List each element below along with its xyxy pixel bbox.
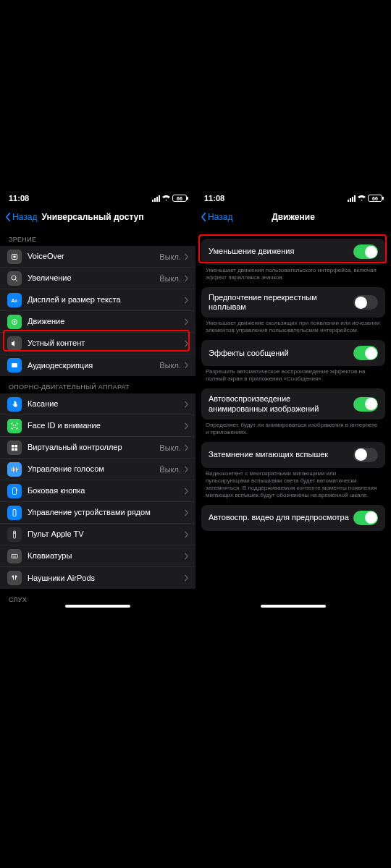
- footnote-autoplay: Определяет, будут ли анимироваться изобр…: [206, 422, 381, 436]
- row-keyboards[interactable]: Клавиатуры: [0, 545, 196, 567]
- svg-rect-18: [17, 469, 18, 470]
- battery-icon: 66: [368, 195, 382, 202]
- status-bar: 11:08 66: [0, 191, 196, 205]
- nav-bar: Назад Движение: [196, 205, 391, 229]
- voiceover-icon: [7, 250, 22, 264]
- chevron-right-icon: [184, 574, 188, 582]
- toggle-autoplay-video-preview[interactable]: [353, 511, 378, 525]
- svg-point-22: [14, 532, 15, 533]
- side-button-icon: [7, 484, 22, 498]
- switch-control-icon: [7, 441, 22, 455]
- svg-point-8: [13, 425, 14, 425]
- back-label: Назад: [12, 212, 37, 222]
- row-appletv-remote[interactable]: Пульт Apple TV: [0, 524, 196, 545]
- footnote-dim-flashing: Видеоконтент с многократными мигающими и…: [206, 470, 381, 499]
- screen-motion: 11:08 66 Назад Движение Уменьшение движе…: [196, 191, 391, 610]
- svg-rect-10: [12, 445, 14, 448]
- status-bar: 11:08 66: [196, 191, 391, 205]
- toggle-reduce-motion[interactable]: [353, 244, 378, 259]
- svg-rect-13: [15, 448, 18, 451]
- status-time: 11:08: [204, 194, 224, 203]
- audio-descriptions-icon: [7, 358, 22, 373]
- motion-icon: [7, 315, 22, 329]
- chevron-right-icon: [184, 553, 188, 560]
- row-airpods[interactable]: Наушники AirPods: [0, 567, 196, 589]
- footnote-reduce-motion: Уменьшает движения пользовательского инт…: [206, 267, 381, 281]
- row-voiceover[interactable]: VoiceOver Выкл.: [0, 246, 196, 268]
- toggle-message-effects[interactable]: [353, 346, 378, 360]
- wifi-icon: [162, 195, 170, 201]
- svg-rect-1: [14, 255, 16, 258]
- row-crossfade: Предпочтение перекрестным наплывам: [201, 287, 385, 318]
- row-autoplay-video-preview: Автовоспр. видео для предпросмотра: [201, 505, 385, 531]
- toggle-autoplay-animated[interactable]: [353, 397, 378, 412]
- svg-rect-14: [12, 468, 12, 471]
- faceid-icon: [7, 419, 22, 433]
- svg-rect-12: [12, 448, 14, 451]
- section-header-hearing: СЛУХ: [0, 589, 196, 606]
- chevron-right-icon: [184, 253, 188, 260]
- footnote-message-effects: Разрешить автоматическое воспроизведение…: [206, 368, 381, 383]
- nearby-devices-icon: [7, 506, 22, 520]
- wifi-icon: [358, 195, 366, 201]
- airpods-icon: [7, 571, 22, 585]
- svg-text:A: A: [15, 299, 18, 303]
- status-right: 66: [152, 195, 187, 202]
- status-time: 11:08: [9, 194, 29, 203]
- toggle-crossfade[interactable]: [353, 295, 378, 310]
- row-switch-control[interactable]: Виртуальный контроллер Выкл.: [0, 437, 196, 459]
- svg-point-6: [14, 321, 15, 323]
- svg-text:A: A: [12, 298, 15, 303]
- chevron-right-icon: [184, 509, 188, 516]
- chevron-right-icon: [184, 401, 188, 408]
- chevron-right-icon: [184, 422, 188, 430]
- touch-icon: [7, 397, 22, 412]
- row-touch[interactable]: Касание: [0, 393, 196, 415]
- cellular-signal-icon: [348, 195, 356, 202]
- row-nearby-devices[interactable]: Управление устройствами рядом: [0, 502, 196, 524]
- chevron-right-icon: [184, 362, 188, 369]
- svg-rect-7: [12, 363, 17, 367]
- page-title: Движение: [272, 212, 315, 222]
- zoom-icon: [7, 271, 22, 286]
- row-motion[interactable]: Движение: [0, 311, 196, 333]
- chevron-right-icon: [184, 466, 188, 473]
- row-dim-flashing: Затемнение мигающих вспышек: [201, 442, 385, 468]
- section-header-motor: ОПОРНО-ДВИГАТЕЛЬНЫЙ АППАРАТ: [0, 376, 196, 393]
- row-display-text[interactable]: AA Дисплей и размер текста: [0, 289, 196, 311]
- chevron-right-icon: [184, 444, 188, 451]
- row-zoom[interactable]: Увеличение Выкл.: [0, 268, 196, 289]
- display-text-icon: AA: [7, 293, 22, 307]
- row-side-button[interactable]: Боковая кнопка: [0, 480, 196, 502]
- spoken-content-icon: [7, 336, 22, 351]
- back-button[interactable]: Назад: [201, 212, 232, 222]
- chevron-right-icon: [184, 275, 188, 282]
- row-autoplay-animated: Автовоспроизведение анимированных изобра…: [201, 388, 385, 419]
- svg-rect-23: [12, 554, 18, 558]
- home-indicator[interactable]: [65, 605, 130, 608]
- row-faceid[interactable]: Face ID и внимание: [0, 415, 196, 437]
- chevron-right-icon: [184, 318, 188, 326]
- toggle-dim-flashing[interactable]: [353, 448, 378, 462]
- row-voice-control[interactable]: Управление голосом Выкл.: [0, 459, 196, 480]
- appletv-remote-icon: [7, 527, 22, 542]
- svg-point-2: [12, 276, 16, 280]
- row-reduce-motion: Уменьшение движения: [201, 239, 385, 265]
- chevron-right-icon: [184, 297, 188, 304]
- row-audio-descriptions[interactable]: Аудиодескрипция Выкл.: [0, 354, 196, 376]
- footnote-crossfade: Уменьшает движение скользящих при появле…: [206, 320, 381, 334]
- voice-control-icon: [7, 462, 22, 477]
- svg-rect-20: [13, 509, 16, 516]
- back-label: Назад: [208, 212, 232, 222]
- svg-rect-17: [16, 467, 17, 472]
- battery-icon: 66: [172, 195, 187, 202]
- svg-rect-19: [13, 488, 17, 494]
- cellular-signal-icon: [152, 195, 160, 202]
- row-spoken-content[interactable]: Устный контент: [0, 333, 196, 354]
- back-button[interactable]: Назад: [6, 212, 37, 222]
- svg-rect-11: [15, 445, 18, 448]
- chevron-right-icon: [184, 488, 188, 495]
- screen-accessibility: 11:08 66 Назад Универсальный доступ ЗРЕН…: [0, 191, 196, 610]
- status-right: 66: [348, 195, 382, 202]
- home-indicator[interactable]: [261, 605, 326, 608]
